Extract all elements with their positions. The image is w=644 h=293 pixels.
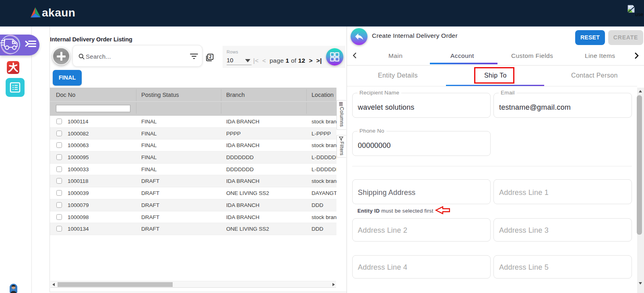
svg-text:2: 2 — [209, 55, 212, 59]
